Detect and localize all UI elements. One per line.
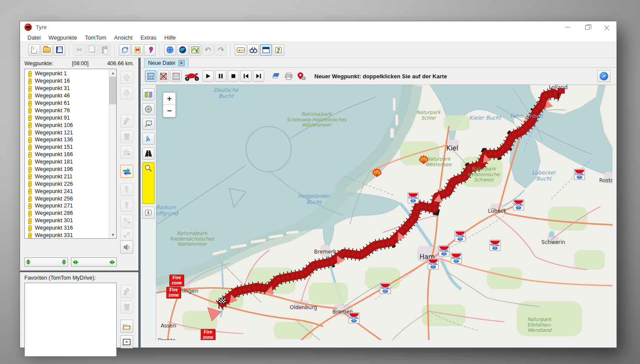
eraser-button[interactable]	[270, 70, 282, 82]
stop-button[interactable]	[228, 70, 239, 82]
scrollbar-thumb[interactable]	[109, 77, 117, 104]
edit-favorite-button[interactable]	[120, 285, 133, 298]
cut-button[interactable]: ✂	[74, 44, 85, 56]
paste-button[interactable]	[99, 44, 111, 56]
waypoint-list-item[interactable]: Wegepunkt 76	[26, 107, 116, 114]
undo-button[interactable]	[202, 44, 214, 56]
delete-favorite-button[interactable]	[120, 301, 133, 314]
clear-route-button[interactable]	[131, 44, 143, 56]
vehicle-profile-button[interactable]	[183, 70, 201, 82]
waypoint-list-item[interactable]: Wegepunkt 181	[26, 158, 116, 166]
add-favorite-button[interactable]	[120, 146, 133, 159]
waypoint-list-item[interactable]: Wegepunkt 166	[26, 151, 116, 158]
tab-neue-datei[interactable]: Neue Datei ✕	[144, 58, 189, 67]
wireless-button[interactable]	[142, 133, 155, 145]
waypoint-to-start-button[interactable]	[120, 214, 133, 227]
panel-divider[interactable]	[20, 270, 138, 272]
insert-waypoint-button[interactable]	[120, 183, 133, 196]
copy-button[interactable]	[86, 44, 98, 56]
road-mode-button[interactable]	[142, 147, 155, 160]
pin-waypoint-button[interactable]	[144, 44, 156, 56]
waypoint-list-item[interactable]: Wegepunkt 286	[26, 210, 116, 217]
scroll-up-icon[interactable]: ▲	[109, 69, 117, 77]
menu-tomtom[interactable]: TomTom	[81, 33, 110, 42]
minimize-button[interactable]	[558, 21, 577, 33]
redo-button[interactable]	[215, 44, 226, 56]
waypoint-list-item[interactable]: Wegepunkt 256	[26, 195, 116, 202]
window-layout-button[interactable]	[260, 44, 272, 56]
move-up-button[interactable]	[120, 71, 133, 84]
import-favorites-button[interactable]	[120, 320, 133, 333]
waypoint-list-item[interactable]: Wegepunkt 61	[26, 100, 116, 107]
find-button[interactable]	[247, 44, 259, 56]
waypoint-reorder-bar[interactable]	[24, 257, 68, 267]
previous-button[interactable]	[240, 70, 252, 82]
open-file-button[interactable]	[41, 44, 53, 56]
map-canvas[interactable]: + − Deutsche BuchtNationalpark Schleswig…	[156, 85, 613, 340]
save-poi-button[interactable]	[296, 70, 307, 82]
waypoint-list-item[interactable]: Wegepunkt 1	[26, 70, 116, 77]
edit-waypoint-button[interactable]	[120, 114, 133, 127]
menu-wegpunkte[interactable]: Wegpunkte	[44, 33, 81, 42]
waypoint-list-item[interactable]: Wegepunkt 46	[26, 92, 116, 100]
waypoint-list-item[interactable]: Wegepunkt 316	[26, 224, 116, 232]
internet-globe-button[interactable]	[164, 44, 176, 56]
waypoint-list-item[interactable]: Wegepunkt 271	[26, 202, 116, 210]
tab-close-icon[interactable]: ✕	[179, 60, 185, 66]
device-connect-button[interactable]	[142, 118, 155, 130]
menu-datei[interactable]: Datei	[24, 33, 44, 42]
print-button[interactable]	[283, 70, 294, 82]
waypoint-list-item[interactable]: Wegepunkt 211	[26, 173, 116, 180]
sound-button[interactable]	[120, 240, 133, 254]
recalculate-route-button[interactable]	[119, 44, 131, 56]
google-earth-button[interactable]	[177, 44, 189, 56]
close-button[interactable]	[597, 21, 616, 33]
zoom-out-button[interactable]: −	[163, 105, 175, 117]
waypoint-list-item[interactable]: Wegepunkt 301	[26, 217, 116, 224]
calc-route-off-button[interactable]	[158, 70, 169, 82]
calc-table-button[interactable]	[170, 70, 182, 82]
map-search-button[interactable]	[142, 162, 155, 204]
open-external-button[interactable]: ➚	[597, 70, 610, 82]
waypoint-to-end-button[interactable]	[120, 228, 133, 241]
play-button[interactable]	[202, 70, 214, 82]
menu-extras[interactable]: Extras	[137, 33, 161, 42]
restore-button[interactable]	[577, 21, 597, 33]
waypoint-list-item[interactable]: Wegepunkt 241	[26, 187, 116, 195]
menu-hilfe[interactable]: Hilfe	[161, 33, 180, 42]
pause-button[interactable]	[215, 70, 226, 82]
waypoint-list-item[interactable]: Wegepunkt 136	[26, 136, 116, 144]
waypoint-listbox[interactable]: Wegepunkt 1Wegepunkt 16Wegepunkt 31Wegep…	[24, 69, 117, 239]
waypoint-list-item[interactable]: Wegepunkt 106	[26, 121, 116, 129]
label-button[interactable]	[235, 44, 246, 56]
next-button[interactable]	[253, 70, 264, 82]
gps-compass-button[interactable]	[142, 103, 155, 115]
scroll-down-icon[interactable]: ▼	[109, 231, 117, 238]
map-style-button[interactable]	[142, 88, 155, 100]
waypoint-list-item[interactable]: Wegepunkt 226	[26, 180, 116, 187]
help-button[interactable]: ?	[273, 44, 284, 56]
previous-icon	[243, 73, 249, 79]
zoom-in-button[interactable]: +	[163, 93, 175, 105]
waypoint-list-item[interactable]: Wegepunkt 16	[26, 77, 116, 85]
menu-ansicht[interactable]: Ansicht	[110, 33, 137, 42]
reverse-route-button[interactable]	[120, 165, 133, 178]
favorites-listbox[interactable]	[24, 283, 117, 357]
delete-waypoint-button[interactable]	[120, 130, 133, 143]
waypoint-list-item[interactable]: Wegepunkt 331	[26, 232, 116, 239]
favorites-map-button[interactable]	[120, 335, 133, 348]
waypoint-list-item[interactable]: Wegepunkt 91	[26, 114, 116, 121]
waypoint-list-item[interactable]: Wegepunkt 31	[26, 85, 116, 92]
new-file-button[interactable]	[28, 44, 40, 56]
move-down-button[interactable]	[120, 87, 133, 100]
waypoint-list-item[interactable]: Wegepunkt 196	[26, 166, 116, 173]
calc-route-on-button[interactable]	[145, 70, 156, 82]
map-provider-button[interactable]	[189, 44, 201, 56]
waypoint-step-bar[interactable]	[71, 257, 117, 267]
waypoint-list-item[interactable]: Wegepunkt 121	[26, 129, 116, 136]
save-file-button[interactable]	[54, 44, 65, 56]
waypoint-list-item[interactable]: Wegepunkt 151	[26, 144, 116, 151]
append-waypoint-button[interactable]	[120, 199, 133, 212]
info-button[interactable]: i	[142, 207, 155, 219]
waypoint-scrollbar[interactable]: ▲ ▼	[109, 69, 116, 238]
